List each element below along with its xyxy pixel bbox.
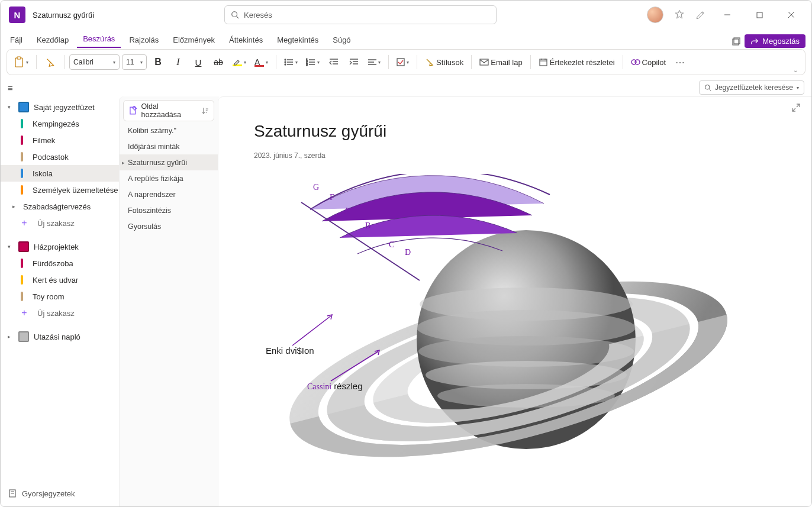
copilot-icon: [631, 57, 640, 67]
font-color-button[interactable]: A▾: [252, 53, 271, 71]
section-group-item[interactable]: ▸Szabadságtervezés: [1, 198, 119, 215]
notebook-icon: [18, 331, 29, 342]
search-box[interactable]: Keresés: [224, 5, 497, 24]
copilot-button[interactable]: Copilot: [628, 53, 669, 71]
ring-label-f: F: [330, 193, 334, 202]
section-label: Kert és udvar: [33, 276, 78, 285]
premium-icon[interactable]: [674, 9, 685, 20]
chevron-right-icon: ▸: [8, 334, 14, 340]
section-group-label: Szabadságtervezés: [23, 202, 91, 211]
window-maximize[interactable]: [749, 4, 770, 25]
note-date: 2023. június 7., szerda: [254, 151, 326, 160]
meeting-label: Értekezlet részletei: [550, 58, 615, 67]
note-canvas[interactable]: G F A B C D Enki dvi$Ion Cassini részleg: [254, 174, 739, 487]
format-painter-button[interactable]: [41, 53, 59, 71]
window-close[interactable]: [781, 4, 802, 25]
svg-rect-31: [397, 59, 404, 66]
tab-history[interactable]: Előzmények: [167, 33, 221, 48]
new-section-button[interactable]: +Új szakasz: [1, 215, 119, 231]
page-item[interactable]: Gyorsulás: [120, 218, 218, 234]
tab-draw[interactable]: Rajzolás: [123, 33, 165, 48]
section-item[interactable]: Kert és udvar: [1, 272, 119, 288]
new-section-button[interactable]: +Új szakasz: [1, 305, 119, 321]
highlight-color-button[interactable]: ▾: [230, 53, 249, 71]
annotation-cassini-script: Cassini: [307, 382, 331, 391]
align-button[interactable]: ▾: [365, 53, 384, 71]
underline-button[interactable]: U: [189, 53, 207, 71]
notebook-item[interactable]: ▾ Saját jegyzetfüzet: [1, 99, 119, 115]
section-label: Kempingezés: [33, 120, 79, 128]
add-page-button[interactable]: Oldal hozzáadása: [123, 100, 214, 121]
svg-point-0: [232, 12, 237, 17]
italic-button[interactable]: I: [169, 53, 187, 71]
email-page-button[interactable]: Email lap: [476, 53, 525, 71]
tab-home[interactable]: Kezdőlap: [31, 33, 75, 48]
nav-toggle-icon[interactable]: ≡: [8, 83, 13, 93]
section-item[interactable]: Filmek: [1, 132, 119, 148]
ring-label-c: C: [389, 240, 394, 250]
todo-tag-button[interactable]: ▾: [394, 53, 412, 71]
tab-insert[interactable]: Beszúrás: [77, 32, 121, 48]
sort-icon[interactable]: [202, 106, 209, 115]
styles-button[interactable]: Stílusok: [422, 53, 466, 71]
tab-review[interactable]: Áttekintés: [223, 33, 269, 48]
section-item[interactable]: Személyek üzemeltetése: [1, 182, 119, 198]
add-page-icon: [128, 106, 137, 115]
quick-notes-button[interactable]: Gyorsjegyzetek: [8, 489, 75, 498]
section-item[interactable]: Iskola: [1, 165, 119, 182]
chevron-right-icon: ▸: [122, 160, 128, 166]
section-item[interactable]: Kempingezés: [1, 115, 119, 132]
ribbon-expand-icon[interactable]: ⌄: [793, 67, 801, 73]
tab-help[interactable]: Súgó: [327, 33, 356, 48]
page-item[interactable]: Fotoszintézis: [120, 202, 218, 218]
notebook-item[interactable]: ▸ Utazási napló: [1, 328, 119, 345]
open-window-icon[interactable]: [732, 37, 741, 46]
copilot-label: Copilot: [642, 58, 666, 67]
section-label: Podcastok: [33, 153, 69, 162]
notebook-label: Saját jegyzetfüzet: [34, 103, 95, 112]
font-size-select[interactable]: 11▾: [122, 54, 147, 70]
notebook-search[interactable]: Jegyzetfüzetek keresése ▾: [699, 80, 804, 95]
page-item[interactable]: A naprendszer: [120, 186, 218, 202]
note-title[interactable]: Szaturnusz gyűrűi: [254, 122, 386, 141]
page-item[interactable]: ▸Szaturnusz gyűrűi: [120, 154, 218, 170]
expand-icon[interactable]: [791, 103, 801, 112]
window-minimize[interactable]: [717, 4, 738, 25]
section-item[interactable]: Toy room: [1, 288, 119, 305]
numbering-button[interactable]: 123▾: [303, 53, 323, 71]
notebook-item[interactable]: ▾ Házprojektek: [1, 238, 119, 255]
page-label: Szaturnusz gyűrűi: [128, 159, 187, 167]
indent-button[interactable]: [345, 53, 363, 71]
notebook-icon: [18, 102, 29, 112]
svg-point-12: [285, 62, 286, 63]
more-button[interactable]: ⋯: [671, 53, 689, 71]
notebook-icon: [18, 241, 29, 252]
share-icon: [750, 37, 759, 46]
search-placeholder: Keresés: [244, 11, 272, 20]
svg-rect-9: [17, 57, 21, 59]
chevron-down-icon: ▾: [8, 104, 14, 110]
ring-label-d: D: [405, 248, 411, 257]
svg-rect-33: [540, 59, 547, 66]
bullets-button[interactable]: ▾: [281, 53, 301, 71]
section-item[interactable]: Podcastok: [1, 148, 119, 165]
tab-view[interactable]: Megtekintés: [271, 33, 324, 48]
page-label: Gyorsulás: [128, 222, 161, 231]
section-item[interactable]: Fürdőszoba: [1, 255, 119, 272]
meeting-details-button[interactable]: Értekezlet részletei: [536, 53, 618, 71]
page-item[interactable]: A repülés fizikája: [120, 170, 218, 186]
bold-button[interactable]: B: [149, 53, 167, 71]
paste-button[interactable]: ▾: [11, 53, 31, 71]
page-label: A naprendszer: [128, 190, 176, 199]
user-avatar[interactable]: [647, 7, 663, 23]
share-button[interactable]: Megosztás: [745, 34, 805, 48]
outdent-button[interactable]: [325, 53, 343, 71]
page-item[interactable]: Időjárási minták: [120, 138, 218, 154]
pen-mode-icon[interactable]: [695, 9, 706, 20]
svg-rect-32: [480, 59, 488, 65]
tab-file[interactable]: Fájl: [4, 33, 28, 48]
font-name-select[interactable]: Calibri▾: [69, 54, 120, 70]
strikethrough-button[interactable]: ab: [210, 53, 227, 71]
page-item[interactable]: Kolibri szárny.": [120, 122, 218, 138]
svg-text:3: 3: [306, 63, 308, 66]
